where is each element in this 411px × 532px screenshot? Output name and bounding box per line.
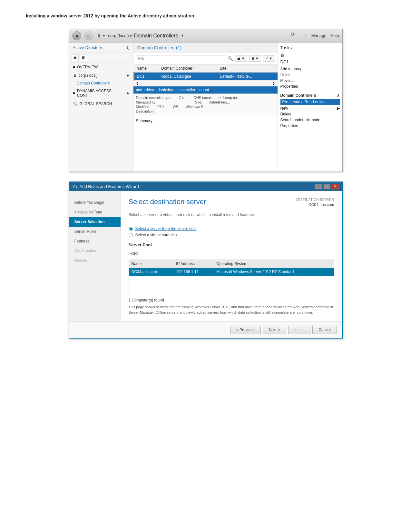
radio-server-pool-label[interactable]: Select a server from the server pool (135, 226, 197, 231)
cell-name: DC1 (134, 72, 159, 80)
col-dc[interactable]: Domain Controller (159, 64, 217, 73)
radio-vhd[interactable]: Select a virtual hard disk (129, 233, 334, 237)
breadcrumb-root[interactable]: corp (local) (108, 33, 129, 38)
dc-context-title: Domain Controllers (280, 93, 316, 98)
next-button[interactable]: Next > (263, 326, 286, 334)
window-icon: 🖥 (97, 33, 101, 38)
detail-bar: Domain controller type: Glo... DNS name:… (133, 94, 278, 116)
context-menu-item[interactable]: add-addsreadonlydomaincontrolleraccount (133, 86, 278, 94)
manage-menu[interactable]: Manage (311, 33, 327, 38)
task-move[interactable]: Move... (280, 78, 340, 84)
detail-modified-value: 1/10... (157, 105, 167, 109)
radio-vhd-label[interactable]: Select a virtual hard disk (135, 233, 178, 237)
col-name[interactable]: Name (134, 64, 159, 73)
ad-table: Name Domain Controller Site DC1 Global C… (133, 64, 278, 81)
context-properties[interactable]: Properties (280, 123, 340, 129)
install-button[interactable]: Install (288, 326, 310, 334)
context-search-under[interactable]: Search under this node (280, 117, 340, 123)
refresh-button[interactable]: ⟳ (291, 31, 300, 40)
table-row[interactable]: DC1 Global Catalogue Default-First-Site.… (134, 72, 278, 80)
col-site[interactable]: Site (217, 64, 278, 73)
wizard-step-features[interactable]: Features (69, 236, 121, 246)
dynamic-access-icon: ■ (73, 91, 75, 95)
detail-dc-type-value: Glo... (179, 96, 187, 100)
ad-menu: Manage Help (311, 33, 339, 38)
tasks-list: Add to group... Delete Move... Propertie… (280, 66, 340, 89)
sidebar-collapse-btn[interactable]: ❮ (126, 45, 129, 50)
wizard-step-before-begin[interactable]: Before You Begin (69, 198, 121, 207)
task-properties[interactable]: Properties (280, 84, 340, 89)
filter-sort-btn[interactable]: ⊞ ▼ (249, 55, 261, 62)
wizard-cell-ip: 192.168.1.11 (173, 268, 214, 276)
wizard-step-install-type[interactable]: Installation Type (69, 207, 121, 217)
filter-bar: 🔍 ☰ ▼ ⊞ ▼ ✓ ▼ (133, 53, 278, 64)
server-pool-title: Server Pool (129, 242, 334, 247)
filter-view-btn[interactable]: ☰ ▼ (235, 55, 247, 62)
filter-check-btn[interactable]: ✓ ▼ (263, 55, 275, 62)
minimize-button[interactable]: − (315, 184, 322, 190)
wizard-table-row[interactable]: DC04.abc.com 192.168.1.11 Microsoft Wind… (129, 268, 334, 276)
cancel-button[interactable]: Cancel (312, 326, 337, 334)
detail-os-label: OS: (173, 105, 179, 109)
ad-body: Active Directory ... ❮ ☰ ⊞ ■ OVERVIEW 🖥 … (69, 43, 342, 172)
sidebar-item-dynamic-access[interactable]: ■ DYNAMIC ACCESS CONT... ▶ (69, 87, 133, 100)
wizard-step-server-selection[interactable]: Server Selection (69, 217, 121, 227)
sidebar-item-global-search[interactable]: 🔍 GLOBAL SEARCH (69, 100, 133, 108)
sidebar-view-tree-btn[interactable]: ⊞ (80, 54, 87, 61)
sidebar-ad-label[interactable]: Active Directory ... (73, 45, 107, 50)
wizard-cell-os: Microsoft Windows Server 2012 R2 Standar… (214, 268, 334, 276)
radio-vhd-input[interactable] (129, 233, 133, 237)
radio-server-pool[interactable]: Select a server from the server pool (129, 226, 334, 231)
ad-titlebar: ◀ ▶ 🖥 ▼ corp (local) ▶ Domain Controller… (69, 29, 342, 43)
breadcrumb-dropdown-icon[interactable]: ▼ (103, 34, 106, 37)
previous-button[interactable]: < Previous (230, 326, 261, 334)
filter-input[interactable] (141, 250, 334, 257)
context-new[interactable]: New▶ (280, 105, 340, 111)
wizard-table: Name IP Address Operating System DC04.ab… (129, 260, 334, 295)
wizard-page-header: Select destination server DESTINATION SE… (129, 198, 334, 208)
separator: | (305, 33, 306, 38)
ad-window: ◀ ▶ 🖥 ▼ corp (local) ▶ Domain Controller… (69, 29, 343, 172)
filter-input[interactable] (136, 55, 226, 62)
dest-label: DESTINATION SERVER (296, 198, 334, 202)
forward-button[interactable]: ▶ (84, 31, 93, 40)
dest-value: DC04.abc.com (296, 202, 334, 208)
wizard-col-ip[interactable]: IP Address (173, 260, 214, 268)
sidebar-item-corp[interactable]: 🖥 corp (local) ▶ (69, 71, 133, 80)
breadcrumb-current: Domain Controllers (134, 33, 178, 39)
tasks-title: Tasks (280, 45, 340, 50)
wizard-col-name[interactable]: Name (129, 260, 173, 268)
dc-context-expand-icon[interactable]: ∧ (337, 93, 340, 98)
sidebar-item-overview[interactable]: ■ OVERVIEW (69, 63, 133, 71)
wizard-step-confirmation: Confirmation (69, 246, 121, 256)
breadcrumb: corp (local) ▶ Domain Controllers ▼ (108, 33, 288, 39)
dc-context-section: Domain Controllers ∧ Pre-create a Read-o… (280, 93, 340, 129)
radio-server-pool-input[interactable] (129, 227, 133, 231)
close-button[interactable]: ✕ (332, 184, 339, 190)
back-button[interactable]: ◀ (72, 31, 81, 40)
page-title: Installing a window server 2012 by openi… (26, 13, 385, 19)
search-icon[interactable]: 🔍 (228, 56, 233, 61)
task-add-to-group[interactable]: Add to group... (280, 66, 340, 72)
context-delete[interactable]: Delete (280, 111, 340, 117)
help-menu[interactable]: Help (330, 33, 339, 38)
wizard-sidebar: Before You Begin Installation Type Serve… (69, 191, 121, 322)
detail-site-label: Site: (195, 100, 202, 104)
sidebar-item-domain-controllers[interactable]: Domain Controllers (69, 80, 133, 87)
detail-dns-label: DNS name: (194, 96, 212, 100)
dynamic-expand-icon: ▶ (127, 91, 129, 95)
context-pre-create[interactable]: Pre-create a Read-only d... (280, 99, 340, 105)
wizard-col-os[interactable]: Operating System (214, 260, 334, 268)
breadcrumb-arrow-icon[interactable]: ▼ (181, 34, 184, 37)
maximize-button[interactable]: □ (323, 184, 330, 190)
sidebar-view-list-btn[interactable]: ☰ (72, 54, 79, 61)
sidebar-icons: ☰ ⊞ (69, 53, 133, 63)
overview-label: OVERVIEW (77, 65, 98, 69)
summary-section: Summary (133, 116, 278, 126)
ad-center: Domain Controller: (1) 🔍 ☰ ▼ ⊞ ▼ ✓ ▼ Nam… (133, 43, 278, 172)
task-delete[interactable]: Delete (280, 72, 340, 78)
wizard-cell-name: DC04.abc.com (129, 268, 173, 276)
wizard-step-server-roles[interactable]: Server Roles (69, 227, 121, 236)
scroll-bar[interactable]: ❮ ❯ (133, 81, 278, 86)
filter-label: Filter: (129, 251, 138, 256)
